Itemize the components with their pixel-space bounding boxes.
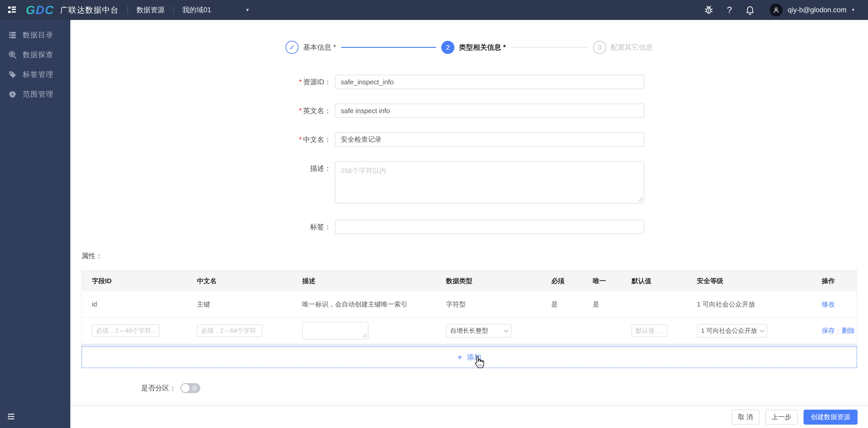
cell-unique: 是 xyxy=(593,300,631,309)
type-info-form: *资源ID： *英文名： *中文名： 描述： 标签： xyxy=(70,75,868,234)
attributes-table: 字段ID 中文名 描述 数据类型 必须 唯一 默认值 安全等级 操作 id 主键… xyxy=(82,270,857,368)
main-content: ✓ 基本信息 * 2 类型相关信息 * 3 配置其它信息 *资源ID： *英文名… xyxy=(70,20,868,428)
sidebar-collapse-icon[interactable] xyxy=(6,412,16,422)
toggle-label: 是 xyxy=(596,327,602,335)
chevron-down-icon: ▼ xyxy=(245,7,250,13)
data-type-select-value: 自增长长整型 xyxy=(450,326,488,335)
edit-row-link[interactable]: 修改 xyxy=(822,300,847,309)
cell-security: 1 可向社会公众开放 xyxy=(697,300,822,309)
divider xyxy=(127,6,128,14)
step-connector-wait xyxy=(511,47,588,48)
description-label: 描述： xyxy=(70,161,335,175)
english-name-label: *英文名： xyxy=(70,104,335,118)
step-wizard: ✓ 基本信息 * 2 类型相关信息 * 3 配置其它信息 xyxy=(70,41,868,54)
english-name-field[interactable] xyxy=(335,104,644,118)
col-header-unique: 唯一 xyxy=(593,276,631,286)
description-field[interactable] xyxy=(335,161,644,203)
partition-label: 是否分区： xyxy=(141,383,176,393)
cell-field-id: id xyxy=(92,301,197,308)
cell-cn-name: 主键 xyxy=(197,300,302,309)
user-email[interactable]: qiy-b@glodon.com xyxy=(788,6,846,14)
toggle-label: 否 xyxy=(191,385,197,392)
sidebar-item-data-explore[interactable]: 数据探查 xyxy=(0,46,70,63)
col-header-security: 安全等级 xyxy=(697,276,822,286)
save-row-link[interactable]: 保存 xyxy=(822,327,835,334)
step-basic-info[interactable]: ✓ 基本信息 * xyxy=(285,41,336,54)
explore-icon xyxy=(8,51,17,59)
domain-selector[interactable]: 我的域01 ▼ xyxy=(182,5,250,15)
toggle-knob xyxy=(584,332,592,340)
product-title: 广联达数据中台 xyxy=(60,5,119,15)
notification-bell-icon[interactable] xyxy=(745,5,755,15)
tags-label: 标签： xyxy=(70,220,335,234)
sidebar-item-tag-management[interactable]: 标签管理 xyxy=(0,66,70,83)
field-id-input[interactable] xyxy=(92,324,159,337)
toggle-knob xyxy=(181,384,189,392)
attributes-section-label: 属性： xyxy=(82,251,868,261)
plus-icon: + xyxy=(457,353,462,362)
step-number: 3 xyxy=(593,41,606,54)
cell-required: 是 xyxy=(551,300,593,309)
add-attribute-label: 添加 xyxy=(467,353,481,362)
step-check-icon: ✓ xyxy=(285,41,299,54)
toggle-label: 是 xyxy=(555,327,561,335)
sidebar-item-scope-management[interactable]: 范围管理 xyxy=(0,86,70,102)
layout-menu-icon[interactable] xyxy=(7,5,17,15)
step-label: 配置其它信息 xyxy=(611,43,653,52)
col-header-field-id: 字段ID xyxy=(92,276,197,286)
gdc-logo[interactable]: GDC xyxy=(26,3,54,17)
col-header-required: 必须 xyxy=(551,276,593,286)
database-icon xyxy=(8,31,17,39)
previous-step-button[interactable]: 上一步 xyxy=(765,409,798,425)
chevron-down-icon[interactable]: ▼ xyxy=(851,7,855,12)
add-attribute-button[interactable]: + 添加 xyxy=(82,347,857,368)
step-other-config[interactable]: 3 配置其它信息 xyxy=(593,41,653,54)
user-avatar[interactable] xyxy=(770,3,783,17)
sidebar-item-label: 数据探查 xyxy=(23,50,54,60)
chinese-name-field[interactable] xyxy=(335,132,644,147)
cancel-button[interactable]: 取 消 xyxy=(732,409,759,425)
data-type-select[interactable]: 自增长长整型 xyxy=(446,324,512,337)
partition-row: 是否分区： 否 xyxy=(141,383,868,393)
create-data-resource-button[interactable]: 创建数据资源 xyxy=(804,409,858,425)
scope-icon xyxy=(8,90,17,99)
table-row: id 主键 唯一标识，会自动创建主键唯一索引 字符型 是 是 1 可向社会公众开… xyxy=(82,291,857,318)
partition-toggle[interactable]: 否 xyxy=(180,383,200,393)
toggle-knob xyxy=(542,332,550,340)
divider xyxy=(838,329,838,335)
table-header-row: 字段ID 中文名 描述 数据类型 必须 唯一 默认值 安全等级 操作 xyxy=(82,271,857,291)
required-asterisk: * xyxy=(299,136,302,143)
table-scrollbar-track[interactable] xyxy=(82,344,857,347)
step-type-info[interactable]: 2 类型相关信息 * xyxy=(441,41,506,54)
cn-name-input[interactable] xyxy=(197,324,262,337)
chevron-down-icon xyxy=(504,328,509,333)
resource-id-field[interactable] xyxy=(335,75,644,89)
chevron-down-icon xyxy=(760,328,765,333)
nav-item-data-resource[interactable]: 数据资源 xyxy=(136,5,165,15)
required-asterisk: * xyxy=(299,78,302,86)
col-header-action: 操作 xyxy=(822,276,847,286)
cell-desc: 唯一标识，会自动创建主键唯一索引 xyxy=(302,300,446,309)
step-label: 基本信息 * xyxy=(303,43,336,52)
desc-input[interactable] xyxy=(302,322,368,339)
table-edit-row: 自增长长整型 是 是 xyxy=(82,318,857,344)
default-value-input[interactable] xyxy=(631,324,668,337)
required-asterisk: * xyxy=(299,107,302,115)
tags-field[interactable] xyxy=(335,220,644,234)
tag-icon xyxy=(8,70,17,79)
col-header-default: 默认值 xyxy=(631,276,697,286)
col-header-cn-name: 中文名 xyxy=(197,276,302,286)
delete-row-link[interactable]: 删除 xyxy=(842,327,855,334)
resource-id-label: *资源ID： xyxy=(70,75,335,89)
sidebar: 数据目录 数据探查 标签管理 xyxy=(0,20,70,428)
security-level-select-value: 1 可向社会公众开放 xyxy=(701,326,757,335)
security-level-select[interactable]: 1 可向社会公众开放 xyxy=(697,324,767,337)
sidebar-item-data-catalog[interactable]: 数据目录 xyxy=(0,27,70,43)
bug-report-icon[interactable] xyxy=(704,5,714,15)
cell-data-type: 字符型 xyxy=(446,300,551,309)
divider xyxy=(173,6,174,14)
sidebar-item-label: 数据目录 xyxy=(23,30,54,40)
sidebar-item-label: 标签管理 xyxy=(23,70,54,79)
help-icon[interactable]: ? xyxy=(727,5,732,15)
step-number: 2 xyxy=(441,41,455,54)
